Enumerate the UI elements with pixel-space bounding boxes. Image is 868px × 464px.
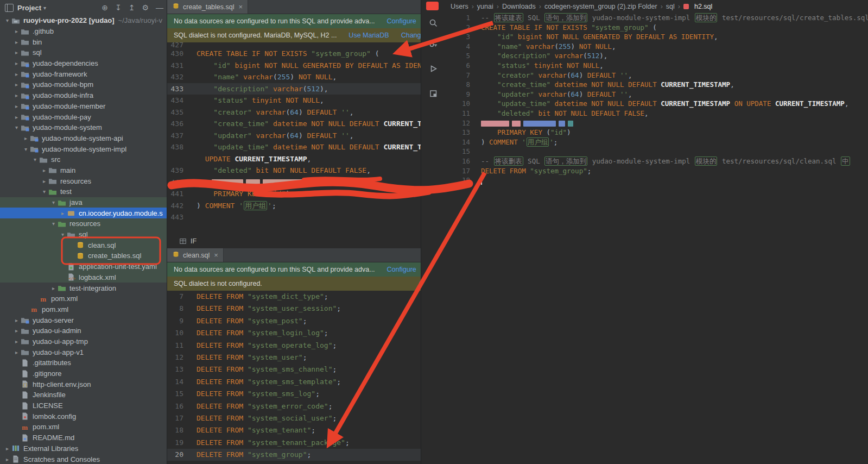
code-line[interactable]: 18 (445, 175, 868, 185)
code-line[interactable]: 432 "name" varchar(255) NOT NULL, (167, 71, 421, 83)
chevron-right-icon[interactable]: ▸ (59, 210, 67, 216)
tab-create-tables-sql[interactable]: create_tables.sql × (167, 0, 248, 14)
code-line[interactable]: 4 "name" varchar(255) NOT NULL, (445, 42, 868, 52)
code-line[interactable]: 10DELETE FROM "system_login_log"; (167, 327, 421, 339)
code-line[interactable]: 437 "updater" varchar(64) DEFAULT '', (167, 130, 421, 142)
code-line[interactable]: 3 "id" bigint NOT NULL GENERATED BY DEFA… (445, 32, 868, 42)
chevron-right-icon[interactable]: ▸ (12, 39, 21, 45)
code-line[interactable]: 435 "creator" varchar(64) DEFAULT '', (167, 106, 421, 118)
tree-item-yudao-module-pay[interactable]: ▸yudao-module-pay (0, 111, 167, 122)
tree-item-test[interactable]: ▾test (0, 186, 167, 197)
chevron-down-icon[interactable]: ▾ (22, 146, 30, 152)
tree-item-yudao-module-infra[interactable]: ▸yudao-module-infra (0, 90, 167, 101)
tree-item-gitignore[interactable]: .gitignore (0, 368, 167, 379)
tree-item-pom-xml[interactable]: mpom.xml (0, 422, 167, 432)
tree-item-jenkinsfile[interactable]: Jenkinsfile (0, 390, 167, 400)
chevron-right-icon[interactable]: ▸ (12, 338, 21, 344)
breadcrumb-item-downloads[interactable]: Downloads (502, 3, 536, 10)
close-tab-icon[interactable]: × (239, 3, 243, 11)
code-line[interactable]: 436 "create_time" datetime NOT NULL DEFA… (167, 118, 421, 130)
chevron-right-icon[interactable]: ▸ (12, 317, 21, 323)
configure-datasource-link[interactable]: Configure (387, 266, 416, 273)
tree-item-yudao-module-bpm[interactable]: ▸yudao-module-bpm (0, 79, 167, 90)
chevron-right-icon[interactable]: ▸ (40, 167, 48, 173)
settings-gear-icon[interactable]: ⚙ (142, 3, 149, 12)
chevron-down-icon[interactable]: ▾ (3, 17, 11, 23)
code-line[interactable]: 433 "description" varchar(512), (167, 83, 421, 95)
tree-item-scratches-and-consoles[interactable]: ▸Scratches and Consoles (0, 454, 167, 464)
code-line[interactable]: 438 "update_time" datetime NOT NULL DEFA… (167, 141, 421, 153)
chevron-right-icon[interactable]: ▸ (22, 135, 30, 141)
code-line[interactable]: 17DELETE FROM "system_group"; (445, 166, 868, 176)
code-line[interactable]: 14) COMMENT '用户组'; (445, 137, 868, 147)
code-line[interactable]: UPDATE CURRENT_TIMESTAMP, (167, 153, 421, 165)
breadcrumb-item-codegen-system-group-2-zip-folder[interactable]: codegen-system_group (2).zip Folder (544, 3, 657, 10)
chevron-down-icon[interactable]: ▾ (12, 124, 21, 130)
chevron-right-icon[interactable]: ▸ (12, 81, 21, 87)
breadcrumb-item-sql[interactable]: sql (666, 3, 675, 10)
configure-datasource-link[interactable]: Configure (387, 17, 416, 25)
code-line[interactable]: 14DELETE FROM "system_sms_template"; (167, 376, 421, 388)
tree-item-pom-xml[interactable]: mpom.xml (0, 304, 167, 315)
chevron-right-icon[interactable]: ▸ (3, 456, 11, 462)
code-line[interactable]: 12 (445, 118, 868, 128)
tree-item-github[interactable]: ▸.github (0, 26, 167, 37)
chevron-right-icon[interactable]: ▸ (49, 285, 58, 291)
tree-item-cn-iocoder-yudao-module-s[interactable]: ▸cn.iocoder.yudao.module.s (0, 208, 167, 218)
run-icon[interactable] (421, 64, 446, 73)
tree-item-yudao-ui-admin[interactable]: ▸yudao-ui-admin (0, 325, 167, 336)
tree-item-external-libraries[interactable]: ▸External Libraries (0, 443, 167, 454)
tree-item-sql[interactable]: ▾sql (0, 229, 167, 240)
tree-item-yudao-module-system[interactable]: ▾yudao-module-system (0, 122, 167, 133)
chevron-right-icon[interactable]: ▸ (12, 103, 21, 109)
tree-item-application-unit-test-yaml[interactable]: application-unit-test.yaml (0, 261, 167, 272)
tree-item-bin[interactable]: ▸bin (0, 36, 167, 47)
tree-item-logback-xml[interactable]: </>logback.xml (0, 272, 167, 283)
search-icon[interactable] (421, 18, 446, 28)
code-line[interactable]: 11 "deleted" bit NOT NULL DEFAULT FALSE, (445, 109, 868, 118)
chevron-down-icon[interactable]: ▾ (40, 189, 48, 195)
chevron-right-icon[interactable]: ▸ (12, 49, 21, 55)
chevron-right-icon[interactable]: ▸ (12, 349, 21, 355)
tree-item-yudao-ui-app-tmp[interactable]: ▸yudao-ui-app-tmp (0, 336, 167, 347)
tree-item-lombok-config[interactable]: lombok.config (0, 411, 167, 422)
code-line[interactable]: 442) COMMENT '用户组'; (167, 200, 421, 212)
code-line[interactable]: 441 PRIMARY KEY ("id") (167, 188, 421, 200)
code-line[interactable]: 19DELETE FROM "system_tenant_package"; (167, 437, 421, 449)
change-dialect-link[interactable]: Change dialect to ... (401, 32, 421, 39)
tree-item-gitattributes[interactable]: .gitattributes (0, 358, 167, 368)
code-line[interactable]: 9 "updater" varchar(64) DEFAULT '', (445, 90, 868, 99)
code-line[interactable]: 5 "description" varchar(512), (445, 51, 868, 61)
code-line[interactable]: 17DELETE FROM "system_social_user"; (167, 412, 421, 424)
code-line[interactable]: 18DELETE FROM "system_tenant"; (167, 424, 421, 436)
tree-item-license[interactable]: LICENSE (0, 400, 167, 411)
code-line[interactable]: 439 "deleted" bit NOT NULL DEFAULT FALSE… (167, 165, 421, 177)
code-line[interactable]: 15 (445, 147, 868, 156)
code-line[interactable]: 430CREATE TABLE IF NOT EXISTS "system_gr… (167, 48, 421, 60)
code-line[interactable]: 13DELETE FROM "system_sms_channel"; (167, 363, 421, 375)
tree-item-yudao-module-member[interactable]: ▸yudao-module-member (0, 101, 167, 112)
tree-item-yudao-framework[interactable]: ▸yudao-framework (0, 68, 167, 79)
tree-item-http-client-env-json[interactable]: {}http-client.env.json (0, 379, 167, 390)
chevron-right-icon[interactable]: ▸ (12, 60, 21, 66)
code-line[interactable]: 15DELETE FROM "system_sms_log"; (167, 388, 421, 400)
code-line[interactable]: 1-- 将该建表 SQL 语句，添加到 yudao-module-system-… (445, 13, 868, 23)
code-line[interactable]: 16DELETE FROM "system_error_code"; (167, 400, 421, 412)
collapse-all-icon[interactable]: ↥ (129, 3, 135, 12)
code-line[interactable]: 7 "creator" varchar(64) DEFAULT '', (445, 71, 868, 80)
tree-item-ruoyi-vue-pro-2022-yudao[interactable]: ▾ruoyi-vue-pro-2022 [yudao]~/Java/ruoyi-… (0, 15, 167, 26)
build-module-icon[interactable] (421, 89, 446, 98)
tree-item-sql[interactable]: ▸sql (0, 47, 167, 58)
tree-item-yudao-module-system-api[interactable]: ▸yudao-module-system-api (0, 133, 167, 144)
tree-item-yudao-server[interactable]: ▸yudao-server (0, 315, 167, 325)
tree-item-pom-xml[interactable]: mpom.xml (0, 293, 167, 304)
tree-item-yudao-ui-app-v1[interactable]: ▸yudao-ui-app-v1 (0, 347, 167, 358)
code-line[interactable]: 12DELETE FROM "system_user"; (167, 352, 421, 363)
tree-item-yudao-module-system-impl[interactable]: ▾yudao-module-system-impl (0, 143, 167, 154)
tree-item-clean-sql[interactable]: clean.sql (0, 240, 167, 250)
tree-item-resources[interactable]: ▾resources (0, 218, 167, 229)
locate-icon[interactable]: ⊕ (102, 3, 108, 12)
code-line[interactable]: 11DELETE FROM "system_operate_log"; (167, 340, 421, 352)
tree-item-readme-md[interactable]: README.md (0, 432, 167, 443)
code-line[interactable]: 2CREATE TABLE IF NOT EXISTS "system_grou… (445, 23, 868, 33)
